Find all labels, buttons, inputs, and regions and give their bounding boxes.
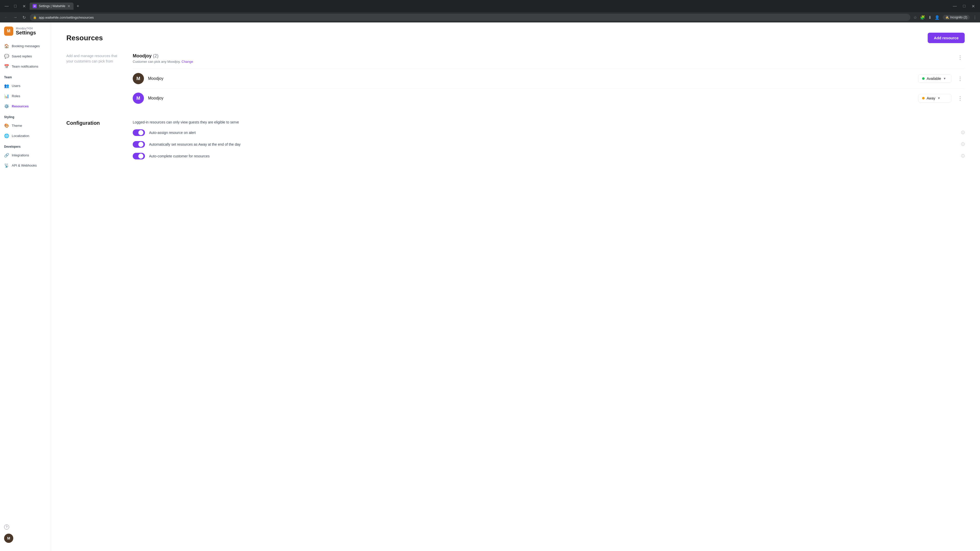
- download-icon[interactable]: ⬇: [928, 15, 932, 20]
- users-icon: 👥: [4, 83, 9, 88]
- calendar-icon: 📅: [4, 64, 9, 69]
- toggle-auto-assign[interactable]: [133, 129, 145, 136]
- group-name: Moodjoy: [133, 53, 151, 59]
- resource-name-1: Moodjoy: [148, 76, 914, 81]
- resource-item-2: M Moodjoy Away ▼ ⋮: [133, 88, 965, 108]
- resource-options-button-1[interactable]: ⋮: [956, 75, 965, 83]
- status-dropdown-1[interactable]: Available ▼: [918, 74, 951, 83]
- integrations-icon: 🔗: [4, 152, 9, 158]
- tab-favicon: M: [33, 4, 37, 8]
- sidebar-label-roles: Roles: [12, 94, 20, 98]
- url-bar[interactable]: 🔒 app.waitwhile.com/settings/resources: [30, 14, 910, 21]
- sidebar-logo-area: M Moodjoy7434 Settings: [0, 27, 51, 41]
- logo-text-area: Moodjoy7434 Settings: [16, 27, 36, 36]
- resources-section: Add and manage resources that your custo…: [66, 53, 965, 108]
- team-section-label: Team: [0, 71, 51, 81]
- sidebar-item-resources[interactable]: ⚙️ Resources: [0, 101, 51, 111]
- config-row-auto-assign: Auto-assign resource on alert ⓘ: [133, 129, 965, 136]
- help-icon-auto-assign[interactable]: ⓘ: [961, 130, 965, 135]
- toggle-auto-away[interactable]: [133, 141, 145, 148]
- group-header: Moodjoy (2) Customer can pick any Moodjo…: [133, 53, 965, 64]
- new-tab-button[interactable]: +: [75, 3, 81, 10]
- config-title: Configuration: [66, 120, 118, 126]
- status-dropdown-2[interactable]: Away ▼: [918, 94, 951, 103]
- close-button[interactable]: ✕: [21, 3, 27, 10]
- minimize-button[interactable]: —: [3, 3, 10, 10]
- help-button[interactable]: ?: [0, 522, 51, 532]
- sidebar-label-users: Users: [12, 84, 21, 88]
- resources-icon: ⚙️: [4, 103, 9, 109]
- sidebar-item-users[interactable]: 👥 Users: [0, 81, 51, 91]
- toggle-auto-complete[interactable]: [133, 153, 145, 159]
- win-restore-button[interactable]: □: [961, 3, 967, 10]
- status-label-2: Away: [927, 96, 935, 100]
- group-count: (2): [153, 53, 159, 59]
- toggle-slider-auto-away: [133, 141, 145, 148]
- home-icon: 🏠: [4, 43, 9, 48]
- sidebar-item-integrations[interactable]: 🔗 Integrations: [0, 150, 51, 160]
- win-close-button[interactable]: ✕: [969, 3, 977, 10]
- incognito-label: Incognito (2): [950, 16, 967, 19]
- profile-icon[interactable]: 👤: [935, 15, 940, 20]
- lock-icon: 🔒: [33, 16, 37, 19]
- bookmark-icon[interactable]: ☆: [913, 15, 917, 20]
- user-avatar[interactable]: M: [4, 534, 13, 543]
- resource-avatar-1: M: [133, 73, 144, 84]
- config-text-auto-assign: Auto-assign resource on alert: [149, 130, 957, 135]
- page-title: Resources: [66, 34, 103, 42]
- refresh-button[interactable]: ↻: [21, 14, 27, 21]
- chevron-down-icon-2: ▼: [937, 97, 940, 100]
- group-options-button[interactable]: ⋮: [956, 53, 965, 62]
- help-icon-auto-away[interactable]: ⓘ: [961, 142, 965, 147]
- add-resource-button[interactable]: Add resource: [928, 33, 965, 43]
- tab-close-icon[interactable]: ✕: [67, 4, 70, 8]
- sidebar-item-api-webhooks[interactable]: 📡 API & Webhooks: [0, 160, 51, 170]
- group-title: Moodjoy (2): [133, 53, 193, 59]
- configuration-section: Configuration Logged-in resources can on…: [66, 120, 965, 165]
- forward-button[interactable]: →: [12, 14, 18, 21]
- sidebar-item-booking-messages[interactable]: 🏠 Booking messages: [0, 41, 51, 51]
- active-tab[interactable]: M Settings | Waitwhile ✕: [30, 3, 73, 10]
- resource-options-button-2[interactable]: ⋮: [956, 94, 965, 102]
- tab-bar: M Settings | Waitwhile ✕ +: [30, 3, 948, 10]
- help-icon: ?: [4, 524, 9, 530]
- chat-icon: 💬: [4, 54, 9, 59]
- sidebar-label-localization: Localization: [12, 134, 29, 138]
- address-bar: ← → ↻ 🔒 app.waitwhile.com/settings/resou…: [0, 12, 980, 22]
- group-subtitle: Customer can pick any Moodjoy. Change: [133, 60, 193, 64]
- sidebar-item-theme[interactable]: 🎨 Theme: [0, 121, 51, 130]
- url-text: app.waitwhile.com/settings/resources: [39, 16, 94, 19]
- app-layout: M Moodjoy7434 Settings 🏠 Booking message…: [0, 22, 980, 551]
- status-label-1: Available: [927, 76, 941, 81]
- tab-title: Settings | Waitwhile: [39, 4, 65, 8]
- menu-icon[interactable]: ⋮: [973, 15, 977, 20]
- section-description: Add and manage resources that your custo…: [66, 53, 118, 108]
- sidebar-label-integrations: Integrations: [12, 153, 29, 157]
- section-content: Moodjoy (2) Customer can pick any Moodjo…: [133, 53, 965, 108]
- developers-section-label: Developers: [0, 141, 51, 150]
- status-dot-2: [922, 97, 924, 100]
- back-button[interactable]: ←: [3, 14, 9, 21]
- extensions-icon[interactable]: 🧩: [920, 15, 925, 20]
- sidebar-item-localization[interactable]: 🌐 Localization: [0, 130, 51, 141]
- sidebar-item-roles[interactable]: 📊 Roles: [0, 91, 51, 101]
- config-text-auto-complete: Auto-complete customer for resources: [149, 154, 957, 158]
- config-row-auto-away: Automatically set resources as Away at t…: [133, 141, 965, 148]
- group-info: Moodjoy (2) Customer can pick any Moodjo…: [133, 53, 193, 64]
- sidebar-label-api-webhooks: API & Webhooks: [12, 164, 37, 167]
- help-icon-auto-complete[interactable]: ⓘ: [961, 154, 965, 159]
- page-header: Resources Add resource: [66, 33, 965, 43]
- theme-icon: 🎨: [4, 123, 9, 128]
- account-name: Moodjoy7434: [16, 27, 36, 30]
- win-controls: — □ ✕: [951, 3, 977, 10]
- config-full-text: Logged-in resources can only view guests…: [133, 120, 239, 124]
- win-minimize-button[interactable]: —: [951, 3, 959, 10]
- incognito-badge: 🕵 Incognito (2): [943, 15, 970, 20]
- sidebar-item-saved-replies[interactable]: 💬 Saved replies: [0, 51, 51, 61]
- window-controls: — □ ✕: [3, 3, 27, 10]
- status-dot-1: [922, 77, 924, 80]
- address-actions: ☆ 🧩 ⬇ 👤 🕵 Incognito (2) ⋮: [913, 15, 977, 20]
- sidebar-item-team-notifications[interactable]: 📅 Team notifications: [0, 61, 51, 71]
- maximize-button[interactable]: □: [12, 3, 19, 10]
- change-link[interactable]: Change: [181, 60, 193, 64]
